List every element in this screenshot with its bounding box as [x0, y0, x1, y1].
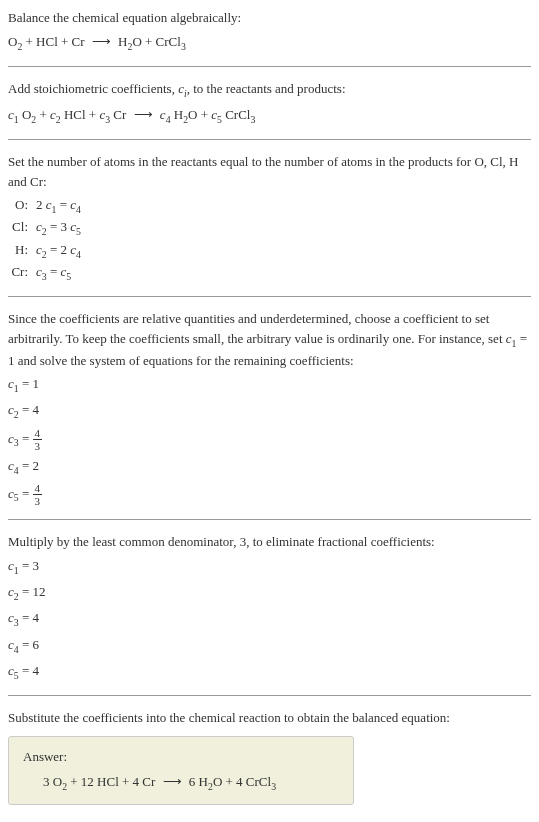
text: Since the coefficients are relative quan…: [8, 311, 506, 346]
step3-text: Since the coefficients are relative quan…: [8, 309, 531, 370]
step4-text: Multiply by the least common denominator…: [8, 532, 531, 552]
intro-equation: O2 + HCl + Cr ⟶ H2O + CrCl3: [8, 32, 531, 54]
coefficient-value: c4 = 2: [8, 456, 531, 478]
atom-equation-row: Cr:c3 = c5: [8, 262, 531, 284]
species: O: [19, 107, 32, 122]
coefficient-value: c4 = 6: [8, 635, 531, 657]
equation: 2 c1 = c4: [36, 195, 81, 217]
species: 6 H: [186, 774, 208, 789]
divider: [8, 695, 531, 696]
step4-values: c1 = 3c2 = 12c3 = 4c4 = 6c5 = 4: [8, 556, 531, 683]
atom-label: Cl:: [8, 217, 36, 239]
answer-label: Answer:: [23, 747, 339, 767]
reactant: O: [8, 34, 17, 49]
answer-box: Answer: 3 O2 + 12 HCl + 4 Cr ⟶ 6 H2O + 4…: [8, 736, 354, 806]
step1-equation: c1 O2 + c2 HCl + c3 Cr ⟶ c4 H2O + c5 CrC…: [8, 105, 531, 127]
reactant: + HCl + Cr: [22, 34, 88, 49]
atom-equations: O:2 c1 = c4Cl:c2 = 3 c5H:c2 = 2 c4Cr:c3 …: [8, 195, 531, 284]
species: H: [171, 107, 184, 122]
coefficient-value: c1 = 3: [8, 556, 531, 578]
intro-text: Balance the chemical equation algebraica…: [8, 8, 531, 28]
equation: c2 = 3 c5: [36, 217, 81, 239]
equation: c2 = 2 c4: [36, 240, 81, 262]
subscript: 3: [271, 781, 276, 792]
species: O +: [188, 107, 211, 122]
equation: c3 = c5: [36, 262, 71, 284]
species: HCl +: [61, 107, 100, 122]
species: 3 O: [43, 774, 62, 789]
atom-label: Cr:: [8, 262, 36, 284]
atom-label: O:: [8, 195, 36, 217]
text: , to the reactants and products:: [187, 81, 346, 96]
coefficient-value: c2 = 12: [8, 582, 531, 604]
intro-section: Balance the chemical equation algebraica…: [8, 8, 531, 54]
divider: [8, 296, 531, 297]
arrow-icon: ⟶: [130, 105, 157, 125]
divider: [8, 519, 531, 520]
divider: [8, 139, 531, 140]
arrow-icon: ⟶: [88, 32, 115, 52]
step1-text: Add stoichiometric coefficients, ci, to …: [8, 79, 531, 101]
step3-section: Since the coefficients are relative quan…: [8, 309, 531, 507]
coefficient-value: c5 = 4: [8, 661, 531, 683]
step2-section: Set the number of atoms in the reactants…: [8, 152, 531, 284]
text: Add stoichiometric coefficients,: [8, 81, 178, 96]
product: O + CrCl: [132, 34, 181, 49]
step3-values: c1 = 1c2 = 4c3 = 43c4 = 2c5 = 43: [8, 374, 531, 507]
divider: [8, 66, 531, 67]
answer-equation: 3 O2 + 12 HCl + 4 Cr ⟶ 6 H2O + 4 CrCl3: [23, 772, 339, 794]
product: H: [115, 34, 128, 49]
species: Cr: [110, 107, 130, 122]
coefficient-value: c2 = 4: [8, 400, 531, 422]
step4-section: Multiply by the least common denominator…: [8, 532, 531, 683]
step2-text: Set the number of atoms in the reactants…: [8, 152, 531, 191]
coefficient-value: c3 = 43: [8, 427, 531, 452]
coefficient-value: c5 = 43: [8, 482, 531, 507]
subscript: 3: [250, 114, 255, 125]
arrow-icon: ⟶: [159, 772, 186, 792]
step5-section: Substitute the coefficients into the che…: [8, 708, 531, 805]
atom-equation-row: O:2 c1 = c4: [8, 195, 531, 217]
atom-label: H:: [8, 240, 36, 262]
plus: +: [36, 107, 50, 122]
atom-equation-row: H:c2 = 2 c4: [8, 240, 531, 262]
step1-section: Add stoichiometric coefficients, ci, to …: [8, 79, 531, 127]
coefficient-value: c3 = 4: [8, 608, 531, 630]
species: O + 4 CrCl: [213, 774, 271, 789]
coefficient-value: c1 = 1: [8, 374, 531, 396]
subscript: 3: [181, 40, 186, 51]
species: CrCl: [222, 107, 251, 122]
species: + 12 HCl + 4 Cr: [67, 774, 159, 789]
atom-equation-row: Cl:c2 = 3 c5: [8, 217, 531, 239]
step5-text: Substitute the coefficients into the che…: [8, 708, 531, 728]
